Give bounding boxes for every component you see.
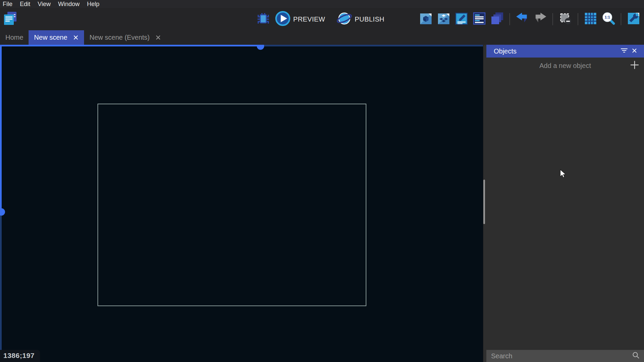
- menu-window[interactable]: Window: [54, 0, 83, 8]
- vertical-scrollbar-thumb[interactable]: [0, 208, 5, 216]
- object-groups-button[interactable]: [437, 12, 451, 26]
- panel-scrollbar-thumb[interactable]: [483, 180, 485, 224]
- add-object-row[interactable]: Add a new object: [486, 58, 644, 74]
- layers-icon: [490, 11, 504, 27]
- objects-editor-button[interactable]: [419, 12, 433, 26]
- undo-button[interactable]: [515, 12, 529, 26]
- scene-window-border: [97, 104, 366, 306]
- undo-icon: [515, 12, 529, 27]
- debugger-icon: [256, 11, 271, 27]
- grid-button[interactable]: [583, 12, 598, 26]
- publish-globe-icon: [336, 10, 352, 28]
- filter-icon: [621, 48, 628, 55]
- tab-label: New scene (Events): [89, 34, 150, 41]
- instances-list-button[interactable]: [472, 12, 486, 26]
- preview-button[interactable]: [276, 12, 290, 26]
- preview-play-icon: [275, 10, 291, 28]
- search-icon: [632, 351, 640, 361]
- menu-bar: File Edit View Window Help: [0, 0, 644, 8]
- objects-panel-title: Objects: [494, 47, 619, 55]
- toolbar-divider: [553, 13, 553, 25]
- panel-scrollbar[interactable]: [483, 45, 486, 362]
- tab-new-scene[interactable]: New scene: [29, 30, 84, 45]
- preview-label[interactable]: PREVIEW: [293, 15, 325, 23]
- tab-home[interactable]: Home: [0, 30, 29, 45]
- plus-icon: [630, 61, 639, 71]
- objects-panel-header: Objects: [486, 45, 644, 58]
- pointer-coordinates: 1386;197: [0, 350, 40, 362]
- menu-edit[interactable]: Edit: [16, 0, 34, 8]
- tab-close-icon[interactable]: [73, 35, 79, 41]
- redo-button[interactable]: [533, 12, 547, 26]
- publish-button[interactable]: [337, 12, 351, 26]
- publish-label[interactable]: PUBLISH: [355, 15, 384, 23]
- close-icon: [632, 48, 637, 55]
- add-object-label: Add a new object: [486, 62, 644, 70]
- vertical-scrollbar[interactable]: [0, 45, 2, 210]
- scene-settings-button[interactable]: [627, 12, 641, 26]
- toolbar-divider: [578, 13, 578, 25]
- horizontal-scrollbar-track[interactable]: [260, 45, 483, 46]
- toolbar-divider: [621, 13, 621, 25]
- scene-canvas[interactable]: 1386;197: [0, 45, 483, 362]
- mask-toggle-button[interactable]: [558, 12, 572, 26]
- debugger-button[interactable]: [256, 12, 270, 26]
- tab-new-scene-events[interactable]: New scene (Events): [84, 30, 166, 45]
- instances-list-icon: [472, 11, 486, 27]
- editor-tab-bar: Home New scene New scene (Events): [0, 30, 644, 45]
- properties-button[interactable]: [454, 12, 469, 26]
- add-object-button[interactable]: [629, 60, 640, 71]
- toolbar-divider: [510, 13, 510, 25]
- project-manager-icon: [2, 11, 18, 28]
- workspace: 1386;197 Objects Add a new object: [0, 45, 644, 362]
- object-search-bar: [486, 350, 644, 362]
- main-toolbar: PREVIEW PUBLISH: [0, 8, 644, 30]
- svg-text:1:1: 1:1: [605, 15, 610, 19]
- properties-icon: [454, 11, 469, 27]
- zoom-1-1-button[interactable]: 1:1: [601, 12, 615, 26]
- horizontal-scrollbar-thumb[interactable]: [257, 45, 264, 50]
- object-search-input[interactable]: [490, 352, 632, 360]
- objects-editor-icon: [419, 11, 433, 27]
- layers-button[interactable]: [490, 12, 504, 26]
- redo-icon: [533, 12, 547, 27]
- horizontal-scrollbar[interactable]: [0, 45, 260, 46]
- mask-toggle-icon: [558, 11, 572, 27]
- project-manager-button[interactable]: [2, 11, 18, 27]
- menu-help[interactable]: Help: [83, 0, 103, 8]
- object-groups-icon: [437, 11, 451, 27]
- vertical-scrollbar-track[interactable]: [0, 210, 2, 362]
- menu-file[interactable]: File: [0, 0, 16, 8]
- objects-panel: Objects Add a new object: [486, 45, 644, 362]
- scene-settings-icon: [627, 11, 641, 27]
- tab-close-icon[interactable]: [155, 35, 161, 41]
- tab-label: Home: [5, 34, 23, 41]
- grid-icon: [583, 11, 598, 27]
- filter-button[interactable]: [619, 46, 629, 56]
- close-panel-button[interactable]: [629, 46, 639, 56]
- zoom-1-1-icon: 1:1: [601, 11, 616, 28]
- tab-label: New scene: [34, 34, 67, 41]
- menu-view[interactable]: View: [34, 0, 54, 8]
